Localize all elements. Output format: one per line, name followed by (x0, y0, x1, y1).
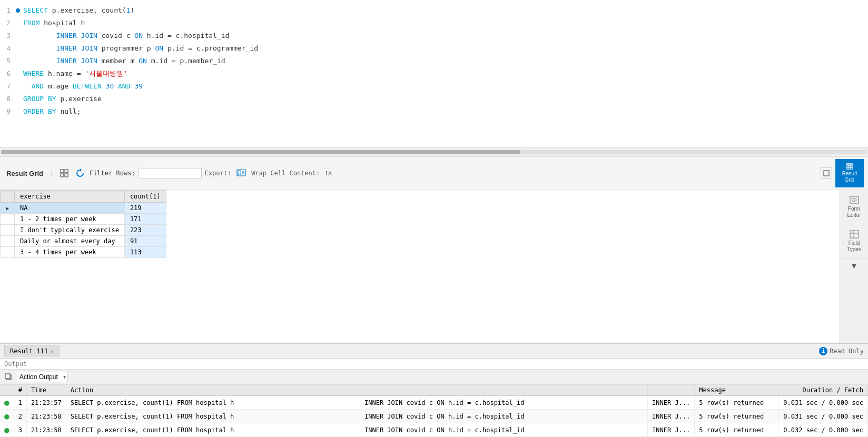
form-editor-btn[interactable]: FormEditor (840, 190, 869, 224)
output-duration: 0.031 sec / 0.000 sec (779, 396, 868, 410)
output-duration: 0.031 sec / 0.000 sec (779, 410, 868, 423)
table-row[interactable]: ▶NA219 (1, 203, 166, 214)
action-output-select[interactable]: Action Output (16, 372, 68, 382)
code-token: hospital h (44, 19, 85, 27)
toolbar-separator: | (50, 170, 54, 177)
result-grid-tab[interactable]: Result Grid (4, 168, 45, 178)
out-col-message[interactable]: Message (695, 385, 779, 396)
code-line: 2FROM hospital h (0, 17, 868, 29)
expand-icon-btn[interactable] (821, 167, 832, 179)
action-output-select-wrap[interactable]: Action Output (16, 372, 68, 382)
row-marker (1, 225, 15, 236)
result-grid-icon (844, 163, 855, 170)
scroll-down-sidebar-btn[interactable]: ▼ (840, 259, 869, 273)
grid-icon-btn[interactable] (58, 168, 71, 178)
code-content: GROUP BY p.exercise (21, 93, 102, 105)
row-marker: ▶ (1, 203, 15, 214)
field-types-btn[interactable]: FieldTypes (840, 224, 869, 259)
wrap-icon: IA (325, 169, 334, 177)
code-token: AND (23, 82, 48, 90)
output-action2: INNER JOIN covid c ON h.id = c.hospital_… (360, 396, 648, 410)
code-token: null; (60, 107, 81, 115)
horizontal-scrollbar[interactable] (0, 147, 868, 157)
breakpoint-dot (16, 8, 20, 13)
output-row[interactable]: ●221:23:58SELECT p.exercise, count(1) FR… (0, 410, 868, 423)
row-marker (1, 214, 15, 225)
output-num: 3 (14, 423, 26, 437)
close-tab-icon[interactable]: ✕ (50, 348, 54, 355)
line-number: 3 (0, 30, 15, 42)
cell-count: 91 (124, 236, 166, 247)
code-line: 6WHERE h.name = '서울대병원' (0, 67, 868, 80)
svg-rect-0 (61, 170, 64, 173)
code-token: FROM (23, 19, 44, 27)
code-token: m.age (48, 82, 73, 90)
col-header-count[interactable]: count(1) (124, 191, 166, 203)
code-token: GROUP BY (23, 95, 60, 103)
output-row[interactable]: ●121:23:57SELECT p.exercise, count(1) FR… (0, 396, 868, 410)
cell-count: 113 (124, 247, 166, 258)
output-status: ● (0, 410, 14, 423)
refresh-icon-btn[interactable] (74, 168, 86, 178)
line-number: 8 (0, 93, 15, 105)
grid-icon (60, 169, 68, 177)
code-token: INNER JOIN (23, 57, 102, 65)
code-content: AND m.age BETWEEN 30 AND 39 (21, 81, 143, 92)
code-line: 3 INNER JOIN covid c ON h.id = c.hospita… (0, 29, 868, 42)
output-row[interactable]: ●321:23:58SELECT p.exercise, count(1) FR… (0, 423, 868, 437)
output-action3: INNER J... (648, 423, 695, 437)
out-col-duration[interactable]: Duration / Fetch (779, 385, 868, 396)
filter-rows-input[interactable] (139, 168, 202, 178)
col-header-exercise[interactable]: exercise (15, 191, 125, 203)
table-row[interactable]: 1 - 2 times per week171 (1, 214, 166, 225)
code-token: programmer p (102, 44, 155, 52)
cell-exercise: Daily or almost every day (15, 236, 125, 247)
export-label: Export: (205, 170, 232, 177)
output-action: SELECT p.exercise, count(1) FROM hospita… (66, 423, 360, 437)
output-action: SELECT p.exercise, count(1) FROM hospita… (66, 410, 360, 423)
table-row[interactable]: I don't typically exercise223 (1, 225, 166, 236)
code-token: INNER JOIN (23, 32, 102, 39)
result-grid-sidebar-btn[interactable]: ResultGrid (835, 159, 864, 187)
code-token: 39 (134, 82, 143, 90)
code-token: covid c (102, 32, 135, 39)
action-output-bar: Action Output (0, 370, 868, 385)
output-table: # Time Action Message Duration / Fetch ●… (0, 385, 868, 437)
readonly-badge: i Read Only (819, 347, 864, 355)
out-col-status (0, 385, 14, 396)
output-status: ● (0, 396, 14, 410)
svg-rect-20 (850, 231, 859, 238)
output-time: 21:23:57 (26, 396, 66, 410)
result-grid-area[interactable]: exercise count(1) ▶NA2191 - 2 times per … (0, 190, 840, 343)
out-col-action[interactable]: Action (66, 385, 360, 396)
col-header-marker (1, 191, 15, 203)
export-icon-btn[interactable] (234, 168, 248, 178)
out-col-time[interactable]: Time (26, 385, 66, 396)
code-token: 30 (106, 82, 118, 90)
code-token: ON (134, 32, 146, 39)
form-editor-label: FormEditor (847, 206, 861, 219)
code-token: WHERE (23, 69, 48, 77)
result-tab[interactable]: Result 111 ✕ (4, 345, 60, 357)
output-header: Output (0, 359, 868, 370)
status-ok-icon: ● (4, 398, 9, 408)
out-col-action2[interactable] (360, 385, 648, 396)
wrap-icon-btn[interactable]: IA (323, 168, 337, 178)
code-editor[interactable]: 1SELECT p.exercise, count(1)2FROM hospit… (0, 0, 868, 147)
line-dot (15, 8, 21, 13)
row-arrow: ▶ (6, 205, 9, 211)
code-token: SELECT (23, 6, 52, 14)
code-content: INNER JOIN programmer p ON p.id = c.prog… (21, 43, 258, 54)
code-token: p.id = c.programmer_id (167, 44, 258, 52)
out-col-action3[interactable] (648, 385, 695, 396)
output-num: 1 (14, 396, 26, 410)
copy-svg-icon (5, 373, 12, 381)
row-marker (1, 236, 15, 247)
copy-icon (4, 373, 13, 381)
code-token: BETWEEN (73, 82, 106, 90)
table-row[interactable]: Daily or almost every day91 (1, 236, 166, 247)
out-col-num[interactable]: # (14, 385, 26, 396)
result-tab-label: Result 111 (10, 347, 48, 355)
output-num: 2 (14, 410, 26, 423)
table-row[interactable]: 3 - 4 times per week113 (1, 247, 166, 258)
